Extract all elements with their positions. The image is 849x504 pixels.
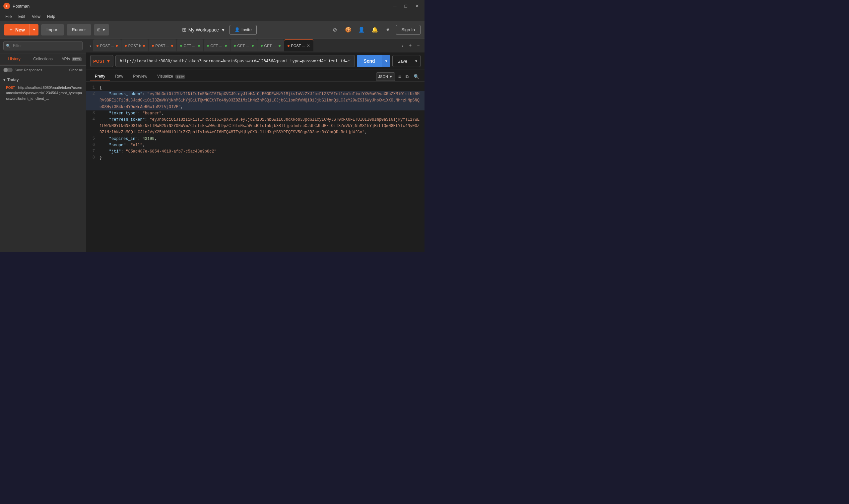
send-dropdown-button[interactable]: ▼ (382, 55, 391, 67)
tab-dot-2 (125, 45, 127, 47)
search-response-button[interactable]: 🔍 (412, 73, 420, 80)
import-button[interactable]: Import (41, 24, 64, 35)
main-layout: 🔍 History Collections APIs BETA Save Res… (0, 38, 424, 252)
sidebar-content: ▾ Today POST http://localhost:8080/oauth… (0, 74, 86, 252)
response-tab-right: JSON ▼ ≡ ⧉ 🔍 (376, 72, 420, 81)
save-responses-label: Save Responses (15, 68, 42, 72)
close-button[interactable]: ✕ (413, 3, 421, 9)
save-dropdown-button[interactable]: ▼ (412, 55, 420, 67)
format-select[interactable]: JSON ▼ (376, 72, 395, 81)
workspace-label: My Workspace (188, 27, 219, 33)
line-content-3: "token_type": "bearer", (100, 110, 424, 117)
tab-pretty[interactable]: Pretty (90, 72, 110, 81)
tab-actions: ＋ ··· (405, 41, 423, 50)
content-area: ‹ POST ... POST h POST ... (86, 38, 424, 252)
tab-unsaved-dot-6 (252, 45, 254, 47)
tab-label-6: GET ... (237, 44, 250, 48)
menu-help[interactable]: Help (44, 14, 58, 20)
menu-edit[interactable]: Edit (16, 14, 28, 20)
maximize-button[interactable]: □ (403, 3, 409, 9)
code-line-3: 3 "token_type": "bearer", (86, 110, 424, 117)
tab-label-7: GET ... (264, 44, 277, 48)
send-button[interactable]: Send (357, 55, 381, 67)
tab-close-8[interactable]: ✕ (307, 43, 310, 48)
menu-view[interactable]: View (29, 14, 43, 20)
tab-overflow-button[interactable]: ··· (415, 41, 422, 49)
tab-dot-3 (152, 45, 154, 47)
filter-input[interactable] (3, 41, 83, 50)
response-area: Pretty Raw Preview Visualize BETA JSON ▼ (86, 70, 424, 252)
satellite-icon-button[interactable]: ⊘ (330, 24, 340, 35)
minimize-button[interactable]: ─ (391, 3, 399, 9)
tab-visualize[interactable]: Visualize BETA (152, 72, 190, 81)
tab-unsaved-dot-4 (198, 45, 200, 47)
request-tab-4[interactable]: GET ... (177, 39, 203, 51)
heart-icon-button[interactable]: ♥ (383, 24, 393, 35)
request-tab-1[interactable]: POST ... (93, 39, 121, 51)
tab-label-5: GET ... (211, 44, 223, 48)
workspace-grid-icon: ⊞ (182, 26, 186, 33)
request-bar: POST ▼ Send ▼ Save ▼ (86, 52, 424, 70)
person-icon: 👤 (234, 27, 240, 32)
new-button-label: ＋New (4, 24, 30, 35)
app-logo: ✦ (3, 3, 10, 9)
titlebar: ✦ Postman ─ □ ✕ (0, 0, 424, 12)
toggle-switch[interactable] (3, 68, 13, 72)
tab-history[interactable]: History (0, 53, 29, 65)
chevron-down-icon: ▾ (3, 77, 5, 82)
request-tab-8[interactable]: POST ... ✕ (284, 39, 313, 51)
method-select[interactable]: POST ▼ (90, 55, 113, 67)
app-name: Postman (13, 4, 30, 8)
tab-label-2: POST h (128, 44, 141, 48)
line-content-5: "expires_in": 43199, (100, 136, 424, 142)
tab-apis[interactable]: APIs BETA (57, 53, 86, 65)
code-line-5: 5 "expires_in": 43199, (86, 136, 424, 142)
code-line-2: 2 "access_token": "eyJhbGciOiJIUzI1NiIsI… (86, 91, 424, 110)
tab-label-4: GET ... (184, 44, 196, 48)
new-dropdown-arrow[interactable]: ▼ (30, 24, 38, 35)
new-button[interactable]: ＋New ▼ (4, 24, 38, 35)
toolbar: ＋New ▼ Import Runner ⊞ ▼ ⊞ My Workspace … (0, 21, 424, 38)
tab-right-arrow[interactable]: › (400, 41, 405, 49)
line-content-7: "jti": "85ac487e-6854-4610-afb7-c5ac43e9… (100, 148, 424, 155)
toolbar-right: ⊘ 🍪 👤 🔔 ♥ Sign In (330, 24, 420, 35)
notifications-icon-button[interactable]: 🔔 (369, 24, 380, 35)
save-button[interactable]: Save (392, 55, 412, 67)
search-icon: 🔍 (6, 44, 11, 48)
tab-dot-7 (261, 45, 263, 47)
workspace-button[interactable]: ⊞ My Workspace ▼ (182, 26, 225, 33)
clear-all-button[interactable]: Clear all (69, 68, 83, 72)
wrap-lines-button[interactable]: ≡ (397, 73, 402, 80)
workspace-chevron: ▼ (221, 27, 225, 33)
request-tab-7[interactable]: GET ... (257, 39, 284, 51)
add-tab-button[interactable]: ＋ (407, 41, 414, 50)
line-number-3: 3 (86, 110, 100, 117)
window-controls: ─ □ ✕ (391, 3, 421, 9)
invite-button[interactable]: 👤 Invite (230, 25, 257, 35)
sign-in-button[interactable]: Sign In (396, 25, 420, 35)
request-tab-5[interactable]: GET ... (204, 39, 230, 51)
sidebar-toolbar: Save Responses Clear all (0, 66, 86, 74)
request-tab-6[interactable]: GET ... (231, 39, 257, 51)
tab-raw[interactable]: Raw (110, 72, 128, 81)
url-input[interactable] (115, 55, 355, 67)
save-responses-toggle: Save Responses (3, 68, 42, 72)
tab-dot-1 (96, 45, 98, 47)
tab-collections[interactable]: Collections (29, 53, 57, 65)
sidebar-tabs: History Collections APIs BETA (0, 53, 86, 66)
request-tab-3[interactable]: POST ... (149, 39, 177, 51)
copy-button[interactable]: ⧉ (404, 73, 410, 81)
runner-button[interactable]: Runner (67, 24, 92, 35)
tab-left-arrow[interactable]: ‹ (88, 41, 93, 49)
builder-icon-button[interactable]: ⊞ ▼ (94, 24, 109, 35)
cookie-icon-button[interactable]: 🍪 (343, 24, 354, 35)
tab-dot-6 (234, 45, 236, 47)
menu-file[interactable]: File (3, 14, 14, 20)
user-icon-button[interactable]: 👤 (356, 24, 367, 35)
request-tab-2[interactable]: POST h (121, 39, 148, 51)
history-item[interactable]: POST http://localhost:8080/oauth/token?u… (0, 84, 86, 103)
tab-unsaved-dot-3 (171, 45, 173, 47)
line-content-6: "scope": "all", (100, 142, 424, 148)
tab-preview[interactable]: Preview (128, 72, 152, 81)
visualize-beta-badge: BETA (176, 75, 185, 78)
